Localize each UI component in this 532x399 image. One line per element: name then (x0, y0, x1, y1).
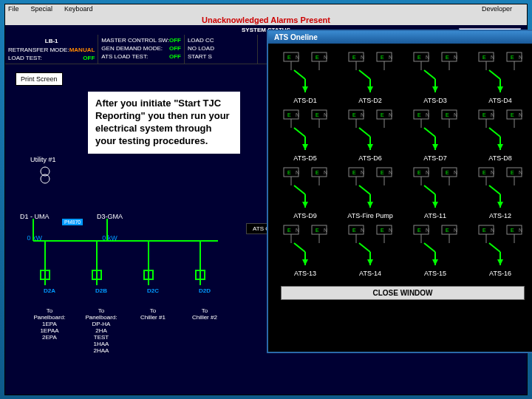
svg-text:E: E (381, 55, 384, 60)
svg-text:N: N (491, 55, 494, 60)
retransfer-val: MANUAL (69, 47, 95, 53)
ats-item[interactable]: ENENATS-14 (339, 224, 401, 277)
ats-item[interactable]: ENENATS-D9 (274, 166, 336, 219)
d2b-to: To (79, 307, 123, 314)
ats-item[interactable]: ENENATS-D6 (339, 109, 401, 162)
svg-line-176 (424, 243, 435, 252)
svg-text:E: E (511, 55, 514, 60)
alarm-banner: Unacknowledged Alarms Present (5, 15, 527, 25)
d2a-d2: 1EPA (27, 321, 72, 327)
svg-text:N: N (426, 170, 429, 175)
ats-item[interactable]: ENENATS-Fire Pump (339, 166, 401, 219)
menu-developer[interactable]: Developer (482, 5, 512, 14)
ats-grid: ENENATS-D1ENENATS-D2ENENATS-D3ENENATS-D4… (268, 44, 532, 284)
svg-text:N: N (519, 55, 522, 60)
svg-line-55 (489, 70, 500, 79)
svg-text:E: E (446, 228, 449, 233)
d2d-label: D2D (183, 287, 227, 294)
ats-label: ATS-15 (404, 270, 466, 277)
d2b-d3: 2HA (79, 327, 123, 334)
ats-label: ATS-Fire Pump (339, 212, 401, 219)
d2c-to: To (131, 307, 175, 314)
loadtest-key: LOAD TEST: (8, 55, 42, 61)
d2a-label: D2A (27, 287, 72, 294)
ats-switch-icon: ENEN (344, 224, 396, 267)
svg-text:N: N (491, 228, 494, 233)
gdm-val: OFF (169, 45, 181, 52)
svg-marker-100 (497, 144, 503, 150)
ats-item[interactable]: ENENATS-D1 (274, 51, 336, 104)
print-screen-button[interactable]: Print Screen (16, 72, 63, 86)
ats-oneline-modal: ATS Oneline ENENATS-D1ENENATS-D2ENENATS-… (267, 30, 532, 353)
ats-label: ATS-11 (404, 212, 466, 219)
menu-file[interactable]: File (8, 5, 19, 14)
d2b-d1: Panelboard: (79, 314, 123, 321)
svg-text:N: N (426, 55, 429, 60)
ats-item[interactable]: ENENATS-11 (404, 166, 466, 219)
ats-item[interactable]: ENENATS-16 (469, 224, 531, 277)
svg-marker-122 (367, 202, 373, 208)
ats-label: ATS-D9 (274, 212, 336, 219)
svg-marker-166 (367, 259, 373, 265)
svg-text:N: N (454, 228, 457, 233)
svg-text:E: E (316, 228, 319, 233)
ats-item[interactable]: ENENATS-13 (274, 224, 336, 277)
svg-text:E: E (482, 228, 486, 233)
svg-text:N: N (324, 170, 327, 175)
ats-label: ATS-14 (339, 270, 401, 277)
d2c-label: D2C (131, 287, 175, 294)
svg-text:N: N (361, 228, 364, 233)
ats-item[interactable]: ENENATS-D5 (274, 109, 336, 162)
svg-text:N: N (361, 112, 364, 117)
d2b-d2: DP-HA (79, 321, 123, 327)
svg-marker-45 (432, 86, 438, 92)
svg-text:N: N (389, 228, 392, 233)
ats-item[interactable]: ENENATS-D7 (404, 109, 466, 162)
menu-keyboard[interactable]: Keyboard (64, 5, 93, 14)
d2b-col: D2B To Panelboard: DP-HA 2HA TEST 1HAA 2… (79, 287, 123, 354)
svg-line-154 (294, 243, 305, 252)
svg-marker-133 (432, 202, 438, 208)
svg-line-143 (489, 185, 500, 194)
ats-item[interactable]: ENENATS-D3 (404, 51, 466, 104)
svg-text:E: E (316, 112, 319, 117)
svg-line-44 (424, 70, 435, 79)
svg-text:E: E (417, 55, 421, 60)
menu-special[interactable]: Special (31, 5, 53, 14)
d2a-to: To (27, 307, 72, 314)
starts-key: START S (188, 53, 212, 60)
mcs-val: OFF (169, 37, 181, 44)
svg-text:E: E (316, 170, 319, 175)
svg-text:N: N (426, 228, 429, 233)
ats-switch-icon: ENEN (474, 166, 526, 209)
svg-text:E: E (482, 170, 486, 175)
ats-switch-icon: ENEN (279, 166, 331, 209)
svg-text:E: E (316, 55, 319, 60)
menu-bar: File Special Keyboard Developer (5, 4, 527, 15)
loadtest-val: OFF (83, 55, 95, 61)
close-window-button[interactable]: CLOSE WINDOW (281, 286, 525, 300)
d2b-d5: 1HAA (79, 341, 123, 347)
svg-line-77 (359, 128, 370, 137)
ats-key: ATS LOAD TEST: (101, 53, 148, 60)
d2d-to: To (183, 307, 227, 314)
ats-item[interactable]: ENENATS-12 (469, 166, 531, 219)
d2c-d1: Chiller #1 (131, 314, 175, 321)
svg-text:E: E (287, 55, 291, 60)
svg-line-187 (489, 243, 500, 252)
svg-marker-89 (432, 144, 438, 150)
svg-text:N: N (389, 55, 392, 60)
ats-item[interactable]: ENENATS-15 (404, 224, 466, 277)
ats-item[interactable]: ENENATS-D8 (469, 109, 531, 162)
svg-text:N: N (361, 55, 364, 60)
ats-switch-icon: ENEN (279, 224, 331, 267)
svg-text:E: E (511, 228, 514, 233)
svg-text:N: N (491, 112, 494, 117)
ats-item[interactable]: ENENATS-D2 (339, 51, 401, 104)
ats-item[interactable]: ENENATS-D4 (469, 51, 531, 104)
ats-switch-icon: ENEN (279, 109, 331, 151)
retransfer-key: RETRANSFER MODE: (8, 47, 69, 53)
noload-key: NO LOAD (188, 45, 214, 52)
svg-text:E: E (381, 228, 384, 233)
svg-marker-67 (302, 144, 308, 150)
